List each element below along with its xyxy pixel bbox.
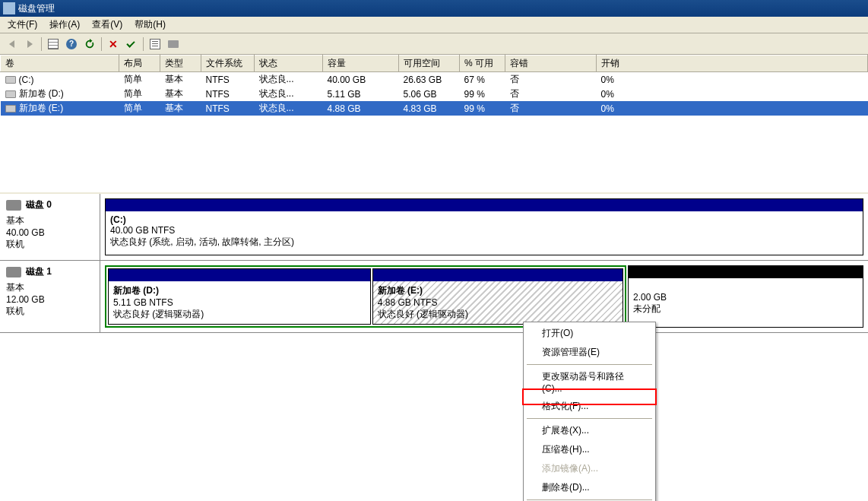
drive-icon bbox=[5, 105, 16, 113]
disk-row-0: 磁盘 0 基本 40.00 GB 联机 (C:) 40.00 GB NTFS 状… bbox=[0, 194, 868, 261]
unalloc-status: 未分配 bbox=[633, 303, 661, 314]
help-icon: ? bbox=[66, 39, 77, 49]
check-icon bbox=[127, 40, 136, 49]
menu-separator bbox=[527, 418, 652, 419]
disk-row-1: 磁盘 1 基本 12.00 GB 联机 新加卷 (D:) 5.11 GB NTF… bbox=[0, 261, 868, 333]
volume-table: 卷 布局 类型 文件系统 状态 容量 可用空间 % 可用 容错 开销 (C:)简… bbox=[0, 55, 868, 116]
disk-1-title: 磁盘 1 bbox=[26, 265, 52, 278]
help-button[interactable]: ? bbox=[63, 36, 80, 52]
context-open[interactable]: 打开(O) bbox=[525, 324, 654, 343]
grid-icon bbox=[48, 39, 59, 49]
partition-d-title: 新加卷 (D:) bbox=[113, 285, 159, 296]
disk-icon bbox=[6, 267, 21, 277]
menu-action[interactable]: 操作(A) bbox=[43, 16, 86, 33]
disk-0-label[interactable]: 磁盘 0 基本 40.00 GB 联机 bbox=[0, 194, 100, 260]
table-cell: 99 % bbox=[460, 87, 505, 101]
disk-1-partitions: 新加卷 (D:) 5.11 GB NTFS 状态良好 (逻辑驱动器) 新加卷 (… bbox=[100, 261, 868, 332]
disk-0-state: 联机 bbox=[6, 238, 93, 251]
table-cell: 简单 bbox=[119, 72, 160, 87]
unallocated-space[interactable]: 2.00 GB 未分配 bbox=[628, 265, 863, 328]
delete-button[interactable]: ✕ bbox=[105, 36, 122, 52]
unalloc-size: 2.00 GB bbox=[633, 292, 667, 303]
drive-icon bbox=[5, 76, 16, 84]
table-cell: 4.83 GB bbox=[399, 101, 460, 116]
table-cell: 基本 bbox=[160, 87, 201, 101]
partition-c-title: (C:) bbox=[110, 214, 126, 225]
partition-header bbox=[106, 199, 863, 211]
disk-1-label[interactable]: 磁盘 1 基本 12.00 GB 联机 bbox=[0, 261, 100, 332]
context-shrink[interactable]: 压缩卷(H)... bbox=[525, 440, 654, 459]
title-bar: 磁盘管理 bbox=[0, 0, 868, 17]
table-row[interactable]: (C:)简单基本NTFS状态良...40.00 GB26.63 GB67 %否0… bbox=[1, 72, 868, 87]
col-capacity[interactable]: 容量 bbox=[323, 55, 399, 72]
back-button bbox=[3, 36, 20, 52]
list-icon bbox=[150, 39, 160, 49]
table-cell: 状态良... bbox=[255, 101, 323, 116]
col-status[interactable]: 状态 bbox=[255, 55, 323, 72]
list-button[interactable] bbox=[147, 36, 163, 52]
refresh-button[interactable] bbox=[81, 36, 98, 52]
partition-e[interactable]: 新加卷 (E:) 4.88 GB NTFS 状态良好 (逻辑驱动器) bbox=[372, 268, 623, 325]
disk-0-title: 磁盘 0 bbox=[26, 198, 52, 211]
col-volume[interactable]: 卷 bbox=[1, 55, 119, 72]
context-format[interactable]: 格式化(F)... bbox=[525, 397, 654, 416]
refresh-icon bbox=[84, 39, 95, 49]
menu-bar: 文件(F) 操作(A) 查看(V) 帮助(H) bbox=[0, 17, 868, 33]
partition-header bbox=[629, 266, 863, 278]
col-free[interactable]: 可用空间 bbox=[399, 55, 460, 72]
arrow-right-icon bbox=[27, 40, 33, 48]
disk-0-size: 40.00 GB bbox=[6, 227, 93, 238]
partition-header bbox=[373, 269, 622, 281]
menu-help[interactable]: 帮助(H) bbox=[128, 16, 172, 33]
view-button[interactable] bbox=[45, 36, 62, 52]
table-cell: 状态良... bbox=[255, 87, 323, 101]
separator bbox=[143, 37, 144, 51]
context-delete[interactable]: 删除卷(D)... bbox=[525, 478, 654, 497]
partition-c[interactable]: (C:) 40.00 GB NTFS 状态良好 (系统, 启动, 活动, 故障转… bbox=[105, 198, 863, 255]
menu-separator bbox=[527, 499, 652, 500]
partition-c-status: 状态良好 (系统, 启动, 活动, 故障转储, 主分区) bbox=[110, 236, 294, 247]
partition-e-status: 状态良好 (逻辑驱动器) bbox=[378, 309, 468, 319]
app-icon bbox=[3, 2, 15, 14]
extended-partition: 新加卷 (D:) 5.11 GB NTFS 状态良好 (逻辑驱动器) 新加卷 (… bbox=[105, 265, 626, 328]
table-cell: 否 bbox=[505, 72, 597, 87]
separator bbox=[101, 37, 102, 51]
properties-button[interactable] bbox=[123, 36, 140, 52]
table-cell: 26.63 GB bbox=[399, 72, 460, 87]
disk-icon bbox=[168, 40, 179, 48]
table-cell: 99 % bbox=[460, 101, 505, 116]
menu-separator bbox=[527, 364, 652, 365]
forward-button bbox=[21, 36, 38, 52]
drive-icon bbox=[5, 90, 16, 98]
context-extend[interactable]: 扩展卷(X)... bbox=[525, 421, 654, 440]
table-cell: 40.00 GB bbox=[323, 72, 399, 87]
context-change-letter[interactable]: 更改驱动器号和路径(C)... bbox=[525, 367, 654, 397]
arrow-left-icon bbox=[9, 40, 14, 48]
table-row[interactable]: 新加卷 (E:)简单基本NTFS状态良...4.88 GB4.83 GB99 %… bbox=[1, 101, 868, 116]
menu-file[interactable]: 文件(F) bbox=[2, 16, 43, 33]
table-cell: NTFS bbox=[201, 72, 255, 87]
menu-view[interactable]: 查看(V) bbox=[86, 16, 128, 33]
volume-list-pane: 卷 布局 类型 文件系统 状态 容量 可用空间 % 可用 容错 开销 (C:)简… bbox=[0, 55, 868, 194]
partition-header bbox=[109, 269, 370, 281]
disk-1-type: 基本 bbox=[6, 281, 93, 294]
disk-view-button[interactable] bbox=[165, 36, 182, 52]
col-pct[interactable]: % 可用 bbox=[460, 55, 505, 72]
col-fs[interactable]: 文件系统 bbox=[201, 55, 255, 72]
table-row[interactable]: 新加卷 (D:)简单基本NTFS状态良...5.11 GB5.06 GB99 %… bbox=[1, 87, 868, 101]
context-explorer[interactable]: 资源管理器(E) bbox=[525, 343, 654, 362]
table-cell: NTFS bbox=[201, 87, 255, 101]
table-cell: 否 bbox=[505, 101, 597, 116]
col-type[interactable]: 类型 bbox=[160, 55, 201, 72]
table-cell: 基本 bbox=[160, 101, 201, 116]
col-layout[interactable]: 布局 bbox=[119, 55, 160, 72]
col-fault[interactable]: 容错 bbox=[505, 55, 597, 72]
table-cell: 简单 bbox=[119, 87, 160, 101]
disk-icon bbox=[6, 200, 21, 211]
col-overhead[interactable]: 开销 bbox=[597, 55, 868, 72]
context-mirror: 添加镜像(A)... bbox=[525, 459, 654, 478]
table-cell: 67 % bbox=[460, 72, 505, 87]
partition-d[interactable]: 新加卷 (D:) 5.11 GB NTFS 状态良好 (逻辑驱动器) bbox=[108, 268, 371, 325]
partition-c-size: 40.00 GB NTFS bbox=[110, 225, 175, 236]
table-cell: 0% bbox=[597, 101, 868, 116]
